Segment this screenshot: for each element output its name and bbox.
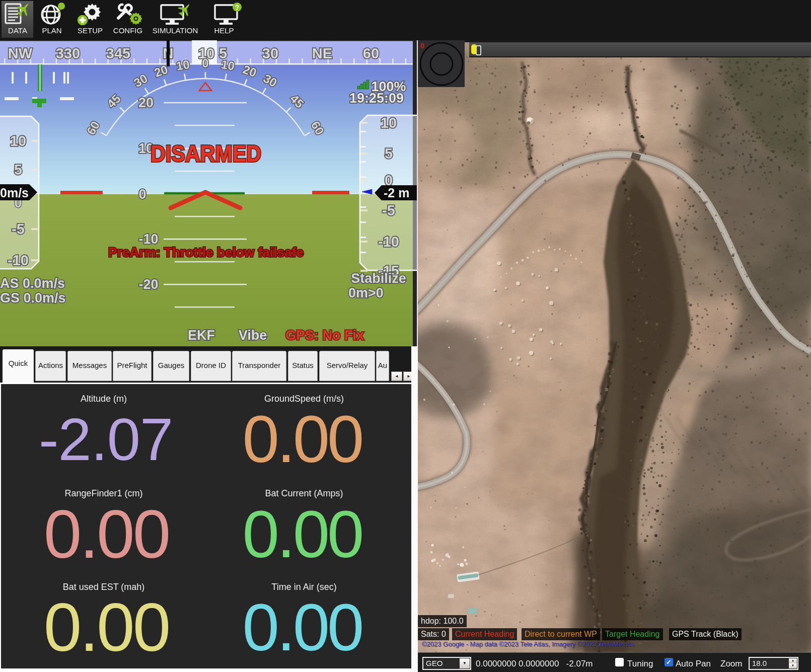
svg-text:345: 345 xyxy=(106,45,130,61)
svg-text:PreArm: Throttle below failsaf: PreArm: Throttle below failsafe xyxy=(108,245,304,260)
svg-text:-10: -10 xyxy=(378,234,399,250)
svg-text:0: 0 xyxy=(202,56,208,70)
svg-text:20: 20 xyxy=(138,95,154,110)
svg-text:0m>0: 0m>0 xyxy=(348,285,384,301)
svg-text:5: 5 xyxy=(385,145,393,162)
svg-text:30: 30 xyxy=(262,45,278,61)
svg-text:DISARMED: DISARMED xyxy=(151,140,261,167)
svg-text:NE: NE xyxy=(312,45,332,61)
svg-text:-2 m: -2 m xyxy=(384,186,409,200)
svg-text:-10: -10 xyxy=(8,252,29,268)
svg-text:-20: -20 xyxy=(138,277,158,292)
svg-text:AS 0.0m/s: AS 0.0m/s xyxy=(0,276,65,291)
svg-text:-5: -5 xyxy=(382,202,395,218)
svg-text:GS 0.0m/s: GS 0.0m/s xyxy=(0,290,66,306)
svg-text:60: 60 xyxy=(363,45,379,61)
svg-text:GPS: No Fix: GPS: No Fix xyxy=(285,328,364,343)
svg-text:10: 10 xyxy=(220,57,236,73)
svg-text:10: 10 xyxy=(175,57,191,73)
svg-text:0m/s: 0m/s xyxy=(0,186,29,200)
svg-text:Stabilize: Stabilize xyxy=(351,271,406,286)
svg-text:10: 10 xyxy=(10,133,26,149)
svg-text:Vibe: Vibe xyxy=(239,328,267,343)
svg-text:-5: -5 xyxy=(12,221,25,237)
svg-text:EKF: EKF xyxy=(188,328,215,343)
svg-text:NW: NW xyxy=(8,45,33,61)
svg-text:10: 10 xyxy=(381,115,397,131)
svg-text:0: 0 xyxy=(138,187,146,202)
svg-text:?: ? xyxy=(235,4,240,12)
svg-text:330: 330 xyxy=(56,45,80,61)
svg-text:5: 5 xyxy=(14,162,22,178)
svg-text:19:25:09: 19:25:09 xyxy=(349,91,404,106)
